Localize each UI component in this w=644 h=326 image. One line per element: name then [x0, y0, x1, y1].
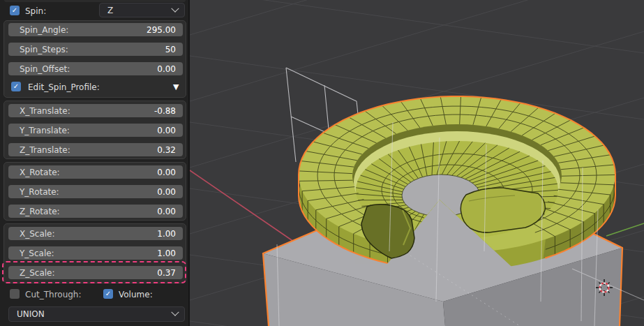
spin-label: Spin:	[25, 6, 46, 16]
panel-viewport-divider[interactable]	[188, 0, 190, 326]
slider-label: Spin_Offset:	[20, 64, 70, 74]
slider-label: X_Rotate:	[20, 168, 60, 177]
slider-value: 1.00	[157, 229, 176, 239]
slider-value: 50	[165, 45, 176, 54]
spin-axis-dropdown[interactable]: Z	[99, 3, 185, 17]
cut-through-checkbox[interactable]: ✓	[10, 289, 20, 299]
slider-label: Z_Translate:	[20, 145, 70, 155]
slider-x-rotate[interactable]: X_Rotate: 0.00	[8, 165, 183, 179]
boolean-mode-value: UNION	[17, 309, 45, 319]
slider-value: 0.00	[157, 168, 176, 177]
slider-x-translate[interactable]: X_Translate: -0.88	[8, 104, 183, 117]
collapse-triangle-icon[interactable]: ▼	[173, 82, 179, 91]
slider-value: 1.00	[157, 249, 176, 258]
slider-y-rotate[interactable]: Y_Rotate: 0.00	[8, 185, 183, 198]
slider-label: Z_Rotate:	[20, 207, 60, 216]
slider-label: X_Scale:	[20, 229, 55, 239]
slider-spin-angle[interactable]: Spin_Angle: 295.00	[8, 23, 183, 36]
slider-value: -0.88	[154, 106, 176, 116]
slider-value: 0.00	[157, 187, 176, 197]
slider-spin-steps[interactable]: Spin_Steps: 50	[8, 43, 183, 56]
slider-label: X_Translate:	[20, 106, 70, 116]
slider-label: Spin_Angle:	[20, 25, 68, 35]
slider-label: Z_Scale:	[20, 268, 55, 278]
slider-label: Y_Scale:	[20, 249, 54, 258]
spin-checkbox[interactable]: ✓	[10, 6, 20, 15]
volume-checkbox[interactable]: ✓	[103, 289, 113, 299]
slider-value: 0.00	[157, 64, 176, 74]
check-icon: ✓	[105, 290, 111, 297]
tool-panel: ✓ Spin: Z Spin_Angle: 295.00 Spin_Steps:…	[0, 0, 190, 326]
spin-axis-value: Z	[107, 6, 113, 15]
slider-value: 295.00	[147, 25, 176, 35]
panel-top-sliver	[4, 0, 186, 2]
slider-spin-offset[interactable]: Spin_Offset: 0.00	[8, 62, 183, 75]
slider-label: Y_Rotate:	[20, 187, 59, 197]
slider-value: 0.00	[157, 207, 176, 216]
slider-z-translate[interactable]: Z_Translate: 0.32	[8, 143, 183, 156]
edit-spin-profile-checkbox[interactable]: ✓	[11, 82, 21, 91]
slider-z-scale[interactable]: Z_Scale: 0.37	[8, 266, 183, 279]
slider-z-rotate[interactable]: Z_Rotate: 0.00	[8, 205, 183, 218]
slider-value: 0.32	[157, 145, 176, 155]
slider-x-scale[interactable]: X_Scale: 1.00	[8, 227, 183, 240]
cut-through-label: Cut_Through:	[25, 290, 82, 299]
slider-label: Spin_Steps:	[20, 45, 68, 54]
slider-y-translate[interactable]: Y_Translate: 0.00	[8, 124, 183, 137]
slider-y-scale[interactable]: Y_Scale: 1.00	[8, 246, 183, 260]
slider-value: 0.00	[157, 126, 176, 135]
check-icon: ✓	[13, 83, 19, 90]
check-icon: ✓	[12, 7, 17, 14]
chevron-down-icon	[171, 309, 179, 316]
edit-spin-profile-label: Edit_Spin_Profile:	[28, 82, 100, 92]
chevron-down-icon	[171, 4, 179, 12]
boolean-mode-dropdown[interactable]: UNION	[8, 306, 185, 322]
slider-value: 0.37	[157, 268, 176, 278]
slider-label: Y_Translate:	[20, 126, 70, 135]
blender-window: ✓ Spin: Z Spin_Angle: 295.00 Spin_Steps:…	[0, 0, 644, 326]
volume-label: Volume:	[119, 290, 153, 299]
